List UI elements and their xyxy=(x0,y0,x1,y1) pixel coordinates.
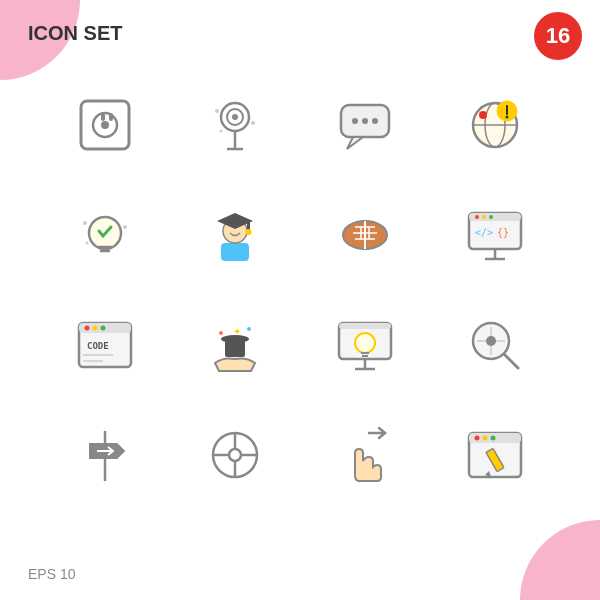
svg-point-62 xyxy=(219,331,223,335)
icon-browser-edit xyxy=(430,400,560,510)
icon-direction-sign xyxy=(40,400,170,510)
svg-point-10 xyxy=(215,109,219,113)
svg-point-27 xyxy=(123,225,127,229)
svg-point-15 xyxy=(352,118,358,124)
corner-decoration-br xyxy=(520,520,600,600)
icon-search-circle xyxy=(430,290,560,400)
badge-count: 16 xyxy=(534,12,582,60)
svg-point-11 xyxy=(251,121,255,125)
svg-rect-29 xyxy=(221,243,249,261)
svg-point-53 xyxy=(85,326,90,331)
svg-marker-14 xyxy=(347,137,363,149)
icon-target-search xyxy=(170,70,300,180)
svg-point-28 xyxy=(86,242,89,245)
svg-point-26 xyxy=(83,221,87,225)
svg-point-7 xyxy=(232,114,238,120)
svg-text:</>: </> xyxy=(475,227,493,238)
svg-rect-2 xyxy=(101,113,105,121)
svg-point-55 xyxy=(101,326,106,331)
icon-chat-bubble xyxy=(300,70,430,180)
svg-line-73 xyxy=(504,354,518,368)
svg-rect-65 xyxy=(339,323,391,329)
svg-rect-3 xyxy=(109,113,113,121)
svg-point-87 xyxy=(483,436,488,441)
svg-point-72 xyxy=(486,336,496,346)
icon-graduate xyxy=(170,180,300,290)
svg-point-4 xyxy=(101,121,109,129)
icon-idea-check xyxy=(40,180,170,290)
footer-text: EPS 10 xyxy=(28,566,75,582)
icon-steering-wheel xyxy=(170,400,300,510)
icon-football xyxy=(300,180,430,290)
icon-warning-globe xyxy=(430,70,560,180)
svg-point-63 xyxy=(247,327,251,331)
svg-point-33 xyxy=(246,229,252,235)
icon-grid: </> {} CODE ✦ xyxy=(40,70,560,510)
svg-point-46 xyxy=(489,215,493,219)
svg-text:✦: ✦ xyxy=(233,326,241,337)
svg-point-44 xyxy=(475,215,479,219)
icon-gesture-arrow xyxy=(300,400,430,510)
icon-code-window: CODE xyxy=(40,290,170,400)
icon-idea-monitor xyxy=(300,290,430,400)
svg-point-78 xyxy=(229,449,241,461)
icon-magic-hand: ✦ xyxy=(170,290,300,400)
svg-point-23 xyxy=(506,116,509,119)
svg-point-17 xyxy=(372,118,378,124)
svg-text:{}: {} xyxy=(497,227,509,238)
svg-point-12 xyxy=(220,130,223,133)
svg-point-45 xyxy=(482,215,486,219)
svg-point-24 xyxy=(479,111,487,119)
svg-text:CODE: CODE xyxy=(87,341,109,351)
svg-point-16 xyxy=(362,118,368,124)
icon-power-socket xyxy=(40,70,170,180)
svg-point-86 xyxy=(475,436,480,441)
icon-code-monitor: </> {} xyxy=(430,180,560,290)
svg-point-66 xyxy=(355,333,375,353)
page-title: ICON SET xyxy=(28,22,122,45)
svg-point-54 xyxy=(93,326,98,331)
svg-point-88 xyxy=(491,436,496,441)
